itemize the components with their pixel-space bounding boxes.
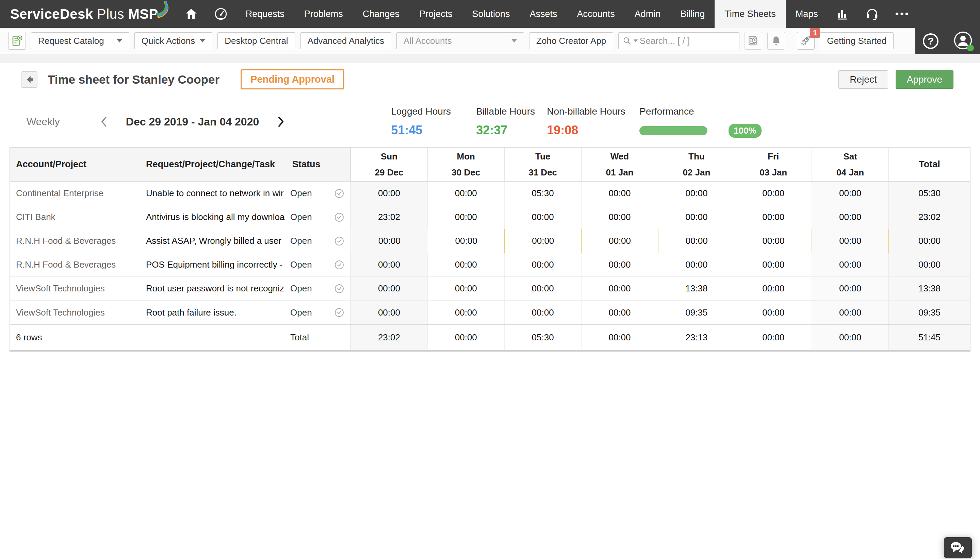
back-button[interactable] <box>21 71 37 88</box>
stat-block: Billable Hours32:37 <box>476 106 547 137</box>
account-cell: R.N.H Food & Beverages <box>10 236 146 246</box>
hours-cell: 00:00 <box>812 182 889 205</box>
app-logo-text: ServiceDesk Plus MSP <box>10 7 158 22</box>
back-arrow-icon <box>24 74 34 85</box>
help-icon[interactable]: ? <box>923 33 939 49</box>
hours-cell: 00:00 <box>735 301 812 324</box>
task-cell[interactable]: Root user password is not recogniz <box>146 283 290 294</box>
hours-cell: 00:00 <box>735 253 812 276</box>
nav-item-requests[interactable]: Requests <box>236 0 294 28</box>
app-logo[interactable]: ServiceDesk Plus MSP <box>0 0 177 28</box>
stat-value: 32:37 <box>476 123 547 137</box>
hours-cell: 00:00 <box>735 277 812 300</box>
hours-cell: 00:00 <box>428 253 504 276</box>
header-account: Account/Project <box>10 159 146 170</box>
hours-cell: 00:00 <box>504 205 581 229</box>
day-header-thu: Thu02 Jan <box>658 147 735 181</box>
footer-day-totals: 23:0200:0005:3000:0023:1300:0000:00 <box>351 325 889 350</box>
nav-item-assets[interactable]: Assets <box>520 0 567 28</box>
timesheet-table: Account/Project Request/Project/Change/T… <box>10 147 970 352</box>
home-icon[interactable] <box>177 0 206 28</box>
search-icon <box>623 36 632 46</box>
performance-block: Performance 100% <box>639 106 761 138</box>
nav-item-problems[interactable]: Problems <box>294 0 353 28</box>
zoho-creator-label: Zoho Creator App <box>536 36 606 46</box>
nav-item-maps[interactable]: Maps <box>786 0 828 28</box>
getting-started-button[interactable]: Getting Started <box>820 32 894 49</box>
footer-left: 6 rows Total <box>10 325 351 350</box>
table-header-left: Account/Project Request/Project/Change/T… <box>10 147 351 181</box>
hours-cell: 05:30 <box>504 182 581 205</box>
status-check-icon <box>334 236 344 246</box>
desktop-central-button[interactable]: Desktop Central <box>217 32 295 49</box>
recent-items-icon[interactable] <box>745 32 762 50</box>
task-cell[interactable]: Assist ASAP, Wrongly billed a user <box>146 236 290 246</box>
dashboard-gauge-icon[interactable] <box>206 0 236 28</box>
top-nav: ServiceDesk Plus MSP RequestsProblemsCha… <box>0 0 980 28</box>
zoho-creator-button[interactable]: Zoho Creator App <box>529 32 613 49</box>
advanced-analytics-label: Advanced Analytics <box>308 36 384 46</box>
task-cell[interactable]: Unable to connect to network in wir <box>146 188 290 198</box>
task-cell[interactable]: Antivirus is blocking all my downloa <box>146 212 290 222</box>
table-footer: 6 rows Total 23:0200:0005:3000:0023:1300… <box>10 324 970 350</box>
hours-cell: 00:00 <box>658 182 735 205</box>
footer-hours-cell: 23:13 <box>658 325 735 350</box>
nav-item-changes[interactable]: Changes <box>353 0 410 28</box>
row-total-cell: 05:30 <box>889 182 970 205</box>
nav-item-accounts[interactable]: Accounts <box>567 0 625 28</box>
hours-cell: 00:00 <box>812 229 889 253</box>
table-row: Continental Enterprise Unable to connect… <box>10 182 970 205</box>
hours-cell: 00:00 <box>428 182 504 205</box>
next-week-icon[interactable] <box>277 116 285 128</box>
advanced-analytics-button[interactable]: Advanced Analytics <box>300 32 391 49</box>
hours-cell: 00:00 <box>658 205 735 229</box>
desktop-central-label: Desktop Central <box>225 36 288 46</box>
user-avatar[interactable] <box>953 31 973 51</box>
reports-chart-icon[interactable] <box>828 0 857 28</box>
more-menu-icon[interactable]: ••• <box>887 0 919 28</box>
row-total-cell: 00:00 <box>889 253 970 276</box>
nav-item-time-sheets[interactable]: Time Sheets <box>715 0 786 28</box>
search-input[interactable] <box>640 36 735 46</box>
footer-hours-cell: 05:30 <box>504 325 581 350</box>
task-cell[interactable]: Root path failure issue. <box>146 308 290 318</box>
support-headset-icon[interactable] <box>857 0 887 28</box>
nav-item-solutions[interactable]: Solutions <box>462 0 520 28</box>
hours-cell: 00:00 <box>351 253 428 276</box>
chat-button[interactable] <box>944 537 972 558</box>
row-total-cell: 13:38 <box>889 277 970 300</box>
new-request-icon[interactable] <box>8 32 26 50</box>
search-box[interactable] <box>618 32 740 49</box>
accounts-select-value: All Accounts <box>404 36 452 46</box>
status-cell: Open <box>290 260 320 270</box>
quick-actions-button[interactable]: Quick Actions <box>134 32 213 49</box>
request-catalog-button[interactable]: Request Catalog <box>31 32 129 49</box>
accounts-select[interactable]: All Accounts <box>396 32 524 49</box>
period-selector[interactable]: Weekly <box>27 116 60 127</box>
stat-value: 51:45 <box>391 123 476 137</box>
nav-item-admin[interactable]: Admin <box>625 0 671 28</box>
notifications-bell-icon[interactable] <box>767 32 785 50</box>
table-row: R.N.H Food & Beverages Assist ASAP, Wron… <box>10 229 970 253</box>
whats-new-rocket[interactable]: 1 <box>797 32 815 50</box>
day-header-sat: Sat04 Jan <box>812 147 889 181</box>
title-row: Time sheet for Stanley Cooper Pending Ap… <box>0 63 980 96</box>
hours-cell: 00:00 <box>658 229 735 253</box>
search-scope-caret-icon[interactable] <box>633 40 638 42</box>
hours-cell: 00:00 <box>504 277 581 300</box>
footer-hours-cell: 00:00 <box>428 325 504 350</box>
hours-cell: 00:00 <box>581 301 658 324</box>
quick-actions-label: Quick Actions <box>141 36 195 46</box>
table-header: Account/Project Request/Project/Change/T… <box>10 147 970 182</box>
table-row: ViewSoft Technologies Root path failure … <box>10 301 970 324</box>
table-row: R.N.H Food & Beverages POS Equipment bil… <box>10 253 970 277</box>
hours-cell: 23:02 <box>351 205 428 229</box>
prev-week-icon[interactable] <box>99 116 108 128</box>
page-title: Time sheet for Stanley Cooper <box>48 73 219 86</box>
reject-button[interactable]: Reject <box>839 70 888 89</box>
approve-button[interactable]: Approve <box>895 70 953 89</box>
task-cell[interactable]: POS Equipment billing incorrectly - <box>146 260 290 270</box>
footer-total-label: Total <box>290 332 309 343</box>
nav-item-projects[interactable]: Projects <box>410 0 463 28</box>
nav-item-billing[interactable]: Billing <box>670 0 715 28</box>
